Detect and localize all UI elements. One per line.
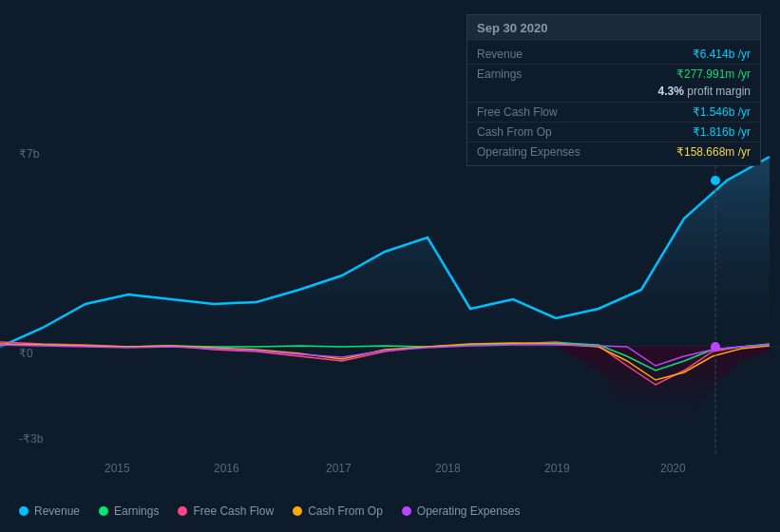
legend-item-fcf: Free Cash Flow bbox=[178, 504, 274, 518]
revenue-label: Revenue bbox=[477, 48, 523, 61]
opex-value: ₹158.668m /yr bbox=[676, 145, 751, 159]
opex-label: Operating Expenses bbox=[477, 145, 580, 159]
profit-margin: 4.3% profit margin bbox=[467, 84, 760, 102]
tooltip-row-earnings: Earnings ₹277.991m /yr bbox=[467, 65, 760, 84]
x-label-2015: 2015 bbox=[105, 462, 130, 475]
legend-item-earnings: Earnings bbox=[99, 504, 159, 518]
tooltip-row-opex: Operating Expenses ₹158.668m /yr bbox=[467, 142, 760, 162]
legend-item-revenue: Revenue bbox=[19, 504, 80, 518]
chart-svg bbox=[0, 142, 780, 456]
legend-dot-earnings bbox=[99, 506, 108, 516]
legend-dot-fcf bbox=[178, 506, 187, 516]
tooltip-row-fcf: Free Cash Flow ₹1.546b /yr bbox=[467, 103, 760, 122]
legend-dot-cashfromop bbox=[293, 506, 302, 516]
x-label-2019: 2019 bbox=[544, 462, 570, 475]
tooltip-row-revenue: Revenue ₹6.414b /yr bbox=[467, 45, 760, 64]
earnings-value: ₹277.991m /yr bbox=[676, 67, 751, 81]
x-label-2020: 2020 bbox=[660, 462, 686, 475]
legend-dot-opex bbox=[402, 506, 411, 516]
cashfromop-label: Cash From Op bbox=[477, 125, 552, 139]
svg-point-4 bbox=[711, 342, 720, 352]
tooltip: Sep 30 2020 Revenue ₹6.414b /yr Earnings… bbox=[466, 14, 761, 166]
tooltip-row-cashfromop: Cash From Op ₹1.816b /yr bbox=[467, 123, 760, 142]
legend-label-fcf: Free Cash Flow bbox=[193, 504, 274, 518]
svg-point-3 bbox=[711, 176, 720, 185]
cashfromop-value: ₹1.816b /yr bbox=[693, 125, 751, 139]
legend-label-revenue: Revenue bbox=[34, 504, 80, 518]
x-label-2016: 2016 bbox=[214, 462, 239, 475]
legend-label-earnings: Earnings bbox=[114, 504, 159, 518]
fcf-value: ₹1.546b /yr bbox=[693, 105, 751, 119]
legend-item-cashfromop: Cash From Op bbox=[293, 504, 383, 518]
chart-container: Sep 30 2020 Revenue ₹6.414b /yr Earnings… bbox=[0, 0, 780, 532]
earnings-label: Earnings bbox=[477, 67, 522, 81]
tooltip-header: Sep 30 2020 bbox=[467, 15, 760, 41]
tooltip-body: Revenue ₹6.414b /yr Earnings ₹277.991m /… bbox=[467, 41, 760, 165]
legend-label-opex: Operating Expenses bbox=[417, 504, 521, 518]
x-label-2017: 2017 bbox=[326, 462, 352, 475]
fcf-label: Free Cash Flow bbox=[477, 105, 558, 119]
legend-dot-revenue bbox=[19, 506, 29, 516]
x-label-2018: 2018 bbox=[435, 462, 461, 475]
legend: Revenue Earnings Free Cash Flow Cash Fro… bbox=[19, 504, 521, 518]
legend-label-cashfromop: Cash From Op bbox=[308, 504, 383, 518]
legend-item-opex: Operating Expenses bbox=[402, 504, 521, 518]
revenue-value: ₹6.414b /yr bbox=[693, 48, 751, 61]
profit-margin-value: 4.3% bbox=[658, 85, 684, 98]
